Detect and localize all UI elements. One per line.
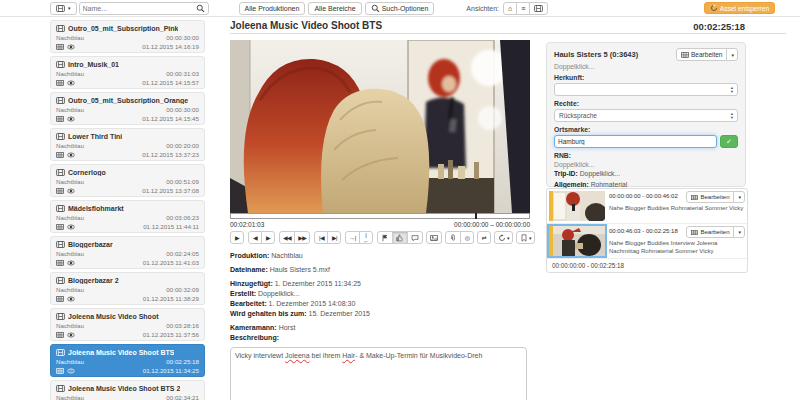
film-icon (56, 168, 65, 177)
subclip-list: 00:00:00:00 - 00:00:46:02 Bearbeiten ▾ N… (546, 188, 748, 273)
goto-in-button[interactable]: |← (359, 231, 373, 244)
view-home-button[interactable]: ⌂ (503, 2, 517, 15)
view-film-button[interactable] (529, 2, 548, 15)
unlock-asset-button[interactable]: Asset entsperren (704, 2, 775, 14)
edit-menu-button[interactable]: ▾ (726, 48, 738, 61)
thumbnail-illustration (553, 191, 605, 221)
all-productions-button[interactable]: Alle Produktionen (239, 2, 306, 15)
eye-icon (67, 331, 75, 339)
asset-title: Joleena Music Video Shoot BTS 2 (68, 385, 180, 392)
all-areas-button[interactable]: Alle Bereiche (308, 2, 361, 15)
attachment-button[interactable] (445, 231, 461, 244)
select-arrows-icon: ▴▾ (731, 86, 733, 93)
edit-menu-button[interactable]: ▾ (733, 191, 745, 203)
rewind-button[interactable]: ◀◀ (279, 231, 295, 244)
asset-duration: 00:00:20:00 (166, 142, 199, 149)
asset-production: Nachtblau (56, 322, 84, 329)
herkunft-select[interactable]: ▴▾ (554, 83, 738, 96)
asset-date: 01.12.2015 13:37:08 (142, 187, 199, 194)
fast-forward-button[interactable]: ▶▶ (294, 231, 310, 244)
rechte-select[interactable]: Rücksprache ▴▾ (554, 109, 738, 122)
target-button[interactable]: ◎ (460, 231, 474, 244)
snapshot-button[interactable] (426, 231, 442, 244)
asset-list-item[interactable]: Intro_Musik_01 Nachtblau00:00:31:03 01.1… (50, 56, 205, 89)
edit-button[interactable]: Bearbeiten (676, 48, 727, 61)
search-options-button[interactable]: Such-Optionen (365, 2, 435, 15)
chevron-down-icon: ▾ (529, 235, 531, 241)
confirm-button[interactable]: ✓ (720, 135, 738, 148)
view-list-button[interactable]: ≡ (516, 2, 530, 15)
edit-button[interactable]: Bearbeiten (686, 191, 734, 203)
chevron-down-icon: ▾ (507, 235, 509, 241)
description-textarea[interactable]: Vicky interviewt Joleena bei ihrem Hair-… (230, 347, 527, 400)
eye-icon (67, 295, 75, 303)
edit-button[interactable]: Bearbeiten (686, 226, 734, 238)
grid-icon (56, 115, 64, 123)
asset-list-item[interactable]: Joleena Music Video Shoot Nachtblau00:03… (50, 308, 205, 341)
chevron-down-icon: ▾ (738, 194, 741, 200)
jump-start-button[interactable]: |◀ (314, 231, 328, 244)
asset-list-item[interactable]: Mädelsflohmarkt Nachtblau00:03:06:23 01.… (50, 200, 205, 233)
meta-label: Kameramann: (230, 324, 277, 331)
asset-list-item-selected[interactable]: Joleena Music Video Shoot BTS Nachtblau0… (50, 344, 205, 377)
comment-icon (411, 234, 419, 242)
meta-label: Erstellt: (230, 290, 256, 297)
play-button[interactable]: ▶ (230, 231, 244, 244)
marker-flag-button[interactable] (377, 231, 393, 244)
subclip-row-selected[interactable]: 00:00:46:03 - 00:02:25:18 Bearbeiten ▾ N… (547, 224, 747, 259)
grid-icon (681, 51, 689, 59)
asset-list-item[interactable]: Lower Third Tini Nachtblau00:00:20:00 01… (50, 128, 205, 161)
doubleclick-hint[interactable]: Doppelklick... (554, 63, 738, 70)
clip-title: Hauls Sisters 5 (0:3643) (554, 48, 638, 59)
asset-title: Lower Third Tini (68, 133, 122, 140)
thumb-up-button[interactable] (392, 231, 408, 244)
meta-label: Produktion: (230, 252, 269, 259)
export-menu-button[interactable]: ▾ (494, 231, 513, 244)
views-label: Ansichten: (466, 5, 499, 12)
goto-out-button[interactable]: →| (345, 231, 359, 244)
edit-split-button: Bearbeiten ▾ (686, 226, 745, 238)
eye-icon (67, 151, 75, 159)
asset-production: Nachtblau (56, 142, 84, 149)
film-icon (56, 384, 65, 393)
asset-duration: 00:00:30:00 (166, 106, 199, 113)
home-icon: ⌂ (508, 5, 512, 12)
meta-value[interactable]: Doppelklick... (258, 290, 300, 297)
transfer-button[interactable]: ⇄ (477, 231, 491, 244)
subclip-thumbnail[interactable] (549, 191, 605, 221)
tripid-value[interactable]: Doppelklick... (580, 170, 620, 177)
asset-duration: 00:02:34:21 (166, 394, 199, 400)
asset-list-item[interactable]: Bloggerbazar Nachtblau00:02:24:05 01.12.… (50, 236, 205, 269)
subclip-description: Nahe Blogger Buddies Interview Joleena N… (609, 240, 745, 255)
asset-list-item[interactable]: Outro_05_mit_Subscription_Pink Nachtblau… (50, 20, 205, 53)
asset-list-item[interactable]: Cornerlogo Nachtblau00:00:51:09 01.12.20… (50, 164, 205, 197)
asset-production: Nachtblau (56, 358, 84, 365)
edit-menu-button[interactable]: ▾ (733, 226, 745, 238)
search-input[interactable] (83, 5, 196, 12)
frame-forward-button[interactable]: ▶ (261, 231, 275, 244)
asset-list-item[interactable]: Joleena Music Video Shoot BTS 2 Nachtbla… (50, 380, 205, 400)
playhead[interactable] (475, 213, 477, 219)
frame-back-button[interactable]: ◀ (248, 231, 262, 244)
asset-duration-timecode: 00:02:25:18 (693, 21, 745, 32)
bookmark-menu-button[interactable]: ▾ (516, 231, 535, 244)
asset-production: Nachtblau (56, 250, 84, 257)
jump-end-button[interactable]: ▶| (327, 231, 341, 244)
rotate-icon (498, 234, 506, 242)
video-preview[interactable] (230, 40, 530, 213)
asset-list-item[interactable]: Outro_05_mit_Subscription_Orange Nachtbl… (50, 92, 205, 125)
asset-list-item[interactable]: Bloggerbazar 2 Nachtblau00:00:32:09 01.1… (50, 272, 205, 305)
clip-detail-panel: Hauls Sisters 5 (0:3643) Bearbeiten ▾ Do… (546, 42, 746, 187)
asset-type-filter-button[interactable]: ▾ (50, 2, 77, 15)
page-title: Joleena Music Video Shoot BTS (230, 20, 382, 31)
ortsmarke-input[interactable] (554, 135, 717, 148)
subclip-thumbnail[interactable] (549, 226, 605, 256)
rnb-value[interactable]: Doppelklick... (554, 161, 738, 168)
seek-bar[interactable] (230, 213, 530, 219)
rechte-value: Rücksprache (559, 112, 731, 119)
search-icon[interactable] (196, 4, 205, 13)
meta-label: Beschreibung: (230, 334, 279, 341)
subclip-row[interactable]: 00:00:00:00 - 00:00:46:02 Bearbeiten ▾ N… (547, 189, 747, 224)
meta-value: Nachtblau (271, 252, 303, 259)
comment-button[interactable] (407, 231, 423, 244)
